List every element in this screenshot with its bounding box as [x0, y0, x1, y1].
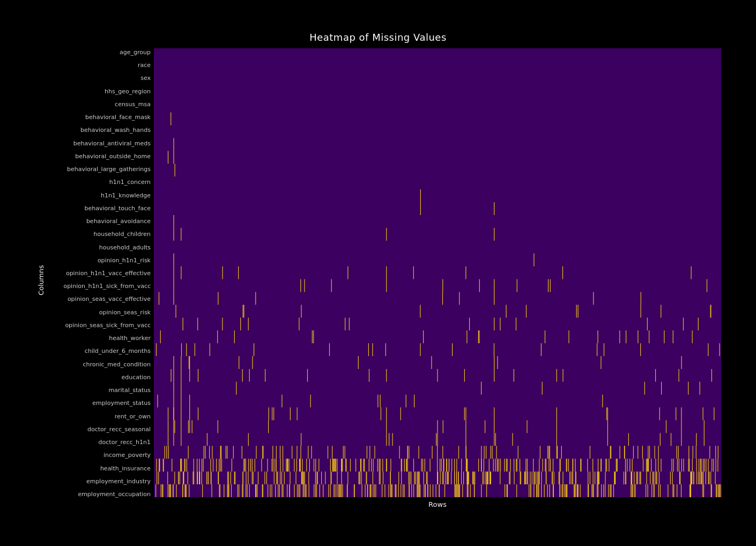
y-tick: marital_status: [109, 387, 151, 393]
y-axis: age_groupracesexhhs_geo_regioncensus_msa…: [47, 48, 154, 512]
y-tick: census_msa: [115, 101, 151, 107]
y-tick: household_adults: [99, 245, 151, 250]
y-tick: opinion_seas_sick_from_vacc: [65, 322, 151, 328]
y-tick: health_worker: [109, 335, 151, 341]
y-tick: behavioral_touch_face: [84, 205, 151, 211]
y-tick: race: [138, 62, 151, 68]
y-tick: h1n1_knowledge: [101, 193, 151, 198]
y-tick: sex: [140, 75, 151, 81]
y-tick: opinion_seas_risk: [99, 309, 151, 315]
y-tick: behavioral_face_mask: [85, 114, 151, 120]
chart-container: Heatmap of Missing Values Columns age_gr…: [0, 0, 756, 546]
y-tick: employment_status: [92, 400, 151, 406]
y-tick: household_children: [93, 231, 151, 237]
y-tick: doctor_recc_h1n1: [99, 439, 151, 445]
y-tick: behavioral_wash_hands: [80, 127, 151, 133]
heatmap-svg: [154, 48, 721, 497]
chart-body: Columns age_groupracesexhhs_geo_regionce…: [35, 48, 721, 512]
y-tick: opinion_h1n1_sick_from_vacc: [63, 283, 151, 289]
y-tick: hhs_geo_region: [105, 88, 151, 94]
y-tick: doctor_recc_seasonal: [87, 426, 151, 432]
y-tick: employment_industry: [86, 478, 151, 484]
y-tick: opinion_seas_vacc_effective: [68, 296, 151, 302]
y-axis-label-outer: Columns: [35, 48, 47, 512]
y-tick: health_insurance: [100, 466, 151, 471]
y-tick: behavioral_antiviral_meds: [73, 141, 151, 146]
y-tick: opinion_h1n1_vacc_effective: [66, 270, 151, 276]
heatmap-area: [154, 48, 721, 497]
y-tick: opinion_h1n1_risk: [98, 257, 151, 263]
y-tick: age_group: [120, 49, 151, 55]
y-tick: behavioral_large_gatherings: [67, 166, 151, 172]
y-tick: rent_or_own: [115, 414, 151, 419]
y-tick: behavioral_avoidance: [86, 218, 151, 224]
y-tick: income_poverty: [103, 452, 151, 458]
x-axis-label: Rows: [154, 500, 721, 512]
y-tick: h1n1_concern: [109, 179, 151, 185]
y-tick: education: [121, 374, 151, 380]
y-tick: child_under_6_months: [85, 348, 151, 354]
chart-title: Heatmap of Missing Values: [35, 32, 721, 43]
chart-right: Rows: [154, 48, 721, 512]
chart-inner: Heatmap of Missing Values Columns age_gr…: [35, 32, 721, 514]
y-tick: behavioral_outside_home: [75, 153, 151, 159]
y-axis-label: Columns: [37, 265, 45, 296]
y-tick: employment_occupation: [78, 491, 151, 497]
y-tick: chronic_med_condition: [83, 361, 151, 367]
